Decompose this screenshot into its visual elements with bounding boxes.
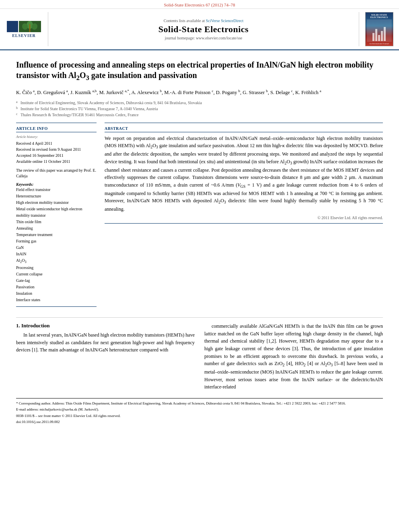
keyword-2: Heterostructure (16, 193, 97, 199)
keyword-9: GaN (16, 244, 97, 251)
intro-text-right: commercially available AlGaN/GaN HEMTs i… (204, 322, 383, 391)
accepted-date: Accepted 16 September 2011 (16, 152, 97, 158)
keyword-1: Field effect transistor (16, 187, 97, 193)
abstract-box: ABSTRACT We report on preparation and el… (105, 123, 383, 224)
keyword-13: Current collapse (16, 271, 97, 277)
intro-heading: 1. Introduction (16, 322, 195, 329)
history-label: Article history: (16, 135, 97, 139)
cover-bar-5 (384, 27, 386, 41)
footnote-doi: doi:10.1016/j.sse.2011.09.002 (16, 419, 383, 425)
keyword-12: Processing (16, 265, 97, 271)
journal-homepage: journal homepage: www.elsevier.com/locat… (165, 36, 243, 40)
abstract-heading: ABSTRACT (105, 126, 383, 132)
journal-cover-image: SOLID-STATEELECTRONICS An International … (365, 12, 393, 46)
section-divider (16, 317, 383, 318)
body-col-right: commercially available AlGaN/GaN HEMTs i… (204, 322, 383, 393)
affiliation-b: b Institute for Solid State Electronics … (16, 106, 383, 112)
keyword-10: InAlN (16, 251, 97, 257)
authors-line: K. Čičo a, D. Gregušová a, J. Kuzmík a,b… (16, 88, 383, 97)
footnotes: * Corresponding author. Address: Thin Ox… (16, 398, 383, 425)
cover-chart (367, 19, 392, 42)
available-date: Available online 11 October 2011 (16, 158, 97, 164)
keyword-7: Temperature treatment (16, 232, 97, 238)
article-info-column: ARTICLE INFO Article history: Received 4… (16, 123, 97, 311)
intro-text-left: In last several years, InAlN/GaN based h… (16, 331, 195, 354)
keywords-label: Keywords: (16, 182, 97, 187)
keyword-15: Passivation (16, 284, 97, 290)
body-content: 1. Introduction In last several years, I… (16, 322, 383, 393)
journal-citation: Solid-State Electronics 67 (2012) 74–78 (0, 0, 399, 9)
abstract-text: We report on preparation and electrical … (105, 135, 383, 213)
journal-header: ELSEVIER Contents lists available at Sci… (0, 9, 399, 50)
elsevier-logo: ELSEVIER (7, 21, 41, 38)
keyword-14: Gate-lag (16, 277, 97, 284)
keyword-16: Insulation (16, 290, 97, 297)
abstract-column: ABSTRACT We report on preparation and el… (105, 123, 383, 311)
article-info-abstract-section: ARTICLE INFO Article history: Received 4… (16, 123, 383, 311)
sciverse-link[interactable]: SciVerse ScienceDirect (206, 18, 244, 23)
elsevier-logo-area: ELSEVIER (4, 12, 48, 46)
keywords-section: Keywords: Field effect transistor Hetero… (16, 182, 97, 303)
article-info-box: ARTICLE INFO Article history: Received 4… (16, 123, 97, 307)
elsevier-wordmark: ELSEVIER (12, 33, 36, 38)
logo-box-left (7, 21, 18, 32)
cover-bar-3 (378, 35, 380, 41)
article-info-heading: ARTICLE INFO (16, 126, 97, 132)
copyright-line: © 2011 Elsevier Ltd. All rights reserved… (105, 216, 383, 220)
revised-date: Received in revised form 9 August 2011 (16, 146, 97, 152)
footnote-email: E-mail address: michaljurkovic@savba.sk … (16, 407, 383, 413)
keyword-17: Interface states (16, 297, 97, 303)
sciverse-line: Contents lists available at SciVerse Sci… (164, 18, 244, 23)
keyword-4: Metal oxide semiconductor high electron … (16, 206, 97, 219)
footnote-corresponding: * Corresponding author. Address: Thin Ox… (16, 401, 383, 407)
cover-bar-4 (381, 31, 383, 41)
keyword-6: Annealing (16, 225, 97, 232)
keyword-8: Forming gas (16, 238, 97, 244)
keyword-3: High electron mobility transistor (16, 199, 97, 206)
affiliation-a: a Institute of Electrical Engineering, S… (16, 100, 383, 106)
journal-info-center: Contents lists available at SciVerse Sci… (52, 12, 355, 46)
journal-cover-area: SOLID-STATEELECTRONICS An International … (359, 12, 395, 46)
cover-bar-1 (372, 33, 374, 41)
main-content: Influence of processing and annealing st… (0, 50, 399, 432)
review-note: The review of this paper was arranged by… (16, 168, 97, 179)
footnote-issn: 0038-1101/$ – see front matter © 2011 El… (16, 413, 383, 419)
keyword-11: Al2O3 (16, 257, 97, 265)
affiliations: a Institute of Electrical Engineering, S… (16, 100, 383, 118)
article-title: Influence of processing and annealing st… (16, 60, 383, 82)
cover-bar-2 (375, 29, 377, 41)
cover-bottom-text: An International Journal (367, 43, 392, 45)
affiliation-c: c Thales Research & Technology/TIGER 914… (16, 112, 383, 118)
received-date: Received 4 April 2011 (16, 140, 97, 146)
body-col-left: 1. Introduction In last several years, I… (16, 322, 195, 393)
logo-top (7, 21, 41, 32)
keyword-5: Thin oxide film (16, 219, 97, 225)
logo-tree-image (19, 21, 41, 32)
cover-title: SOLID-STATEELECTRONICS (367, 14, 392, 18)
journal-title: Solid-State Electronics (158, 24, 249, 35)
